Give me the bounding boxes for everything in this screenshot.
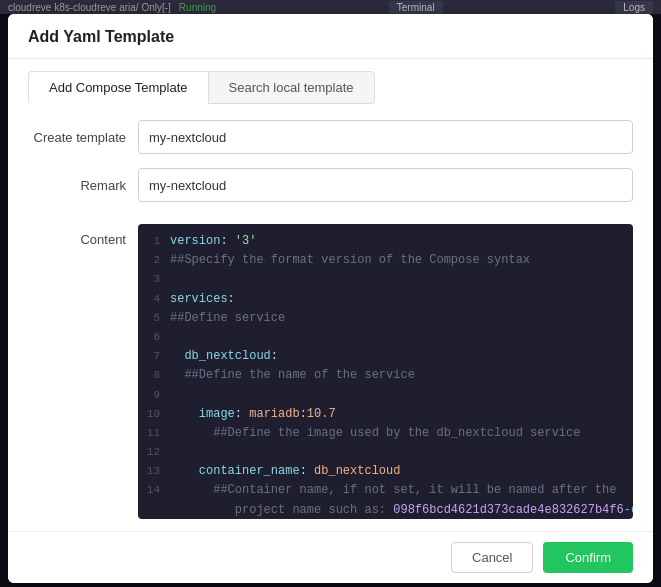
modal-footer: Cancel Confirm bbox=[8, 531, 653, 583]
line-number: 4 bbox=[138, 290, 170, 309]
tab-search-local[interactable]: Search local template bbox=[208, 71, 375, 104]
tabs-row: Add Compose Template Search local templa… bbox=[8, 59, 653, 104]
create-template-row: Create template bbox=[28, 120, 633, 154]
background-bar: cloudreve k8s-cloudreve aria/ Only[-] Ru… bbox=[0, 0, 661, 14]
code-line: 1version: '3' bbox=[138, 232, 633, 251]
terminal-tab-btn[interactable]: Terminal bbox=[389, 1, 443, 14]
line-number: 9 bbox=[138, 386, 170, 405]
line-content: services: bbox=[170, 290, 625, 309]
line-number: 13 bbox=[138, 462, 170, 481]
remark-input[interactable] bbox=[138, 168, 633, 202]
code-editor[interactable]: 1version: '3'2##Specify the format versi… bbox=[138, 224, 633, 519]
code-line: 10 image: mariadb:10.7 bbox=[138, 405, 633, 424]
running-badge: Running bbox=[179, 2, 216, 13]
create-template-label: Create template bbox=[28, 130, 138, 145]
code-line: 6 bbox=[138, 328, 633, 347]
code-line: 11 ##Define the image used by the db_nex… bbox=[138, 424, 633, 443]
modal-header: Add Yaml Template bbox=[8, 14, 653, 59]
code-lines: 1version: '3'2##Specify the format versi… bbox=[138, 224, 633, 519]
code-line: 5##Define service bbox=[138, 309, 633, 328]
line-number: 5 bbox=[138, 309, 170, 328]
line-content: ##Define service bbox=[170, 309, 625, 328]
line-number: 7 bbox=[138, 347, 170, 366]
line-content: image: mariadb:10.7 bbox=[170, 405, 625, 424]
line-content: ##Define the name of the service bbox=[170, 366, 625, 385]
line-number: 8 bbox=[138, 366, 170, 385]
code-line: 3 bbox=[138, 270, 633, 289]
form-area: Create template Remark bbox=[8, 104, 653, 224]
code-line: project name such as: 098f6bcd4621d373ca… bbox=[138, 501, 633, 519]
code-line: 12 bbox=[138, 443, 633, 462]
remark-row: Remark bbox=[28, 168, 633, 202]
line-number: 1 bbox=[138, 232, 170, 251]
modal-dialog: Add Yaml Template Add Compose Template S… bbox=[8, 14, 653, 583]
code-line: 14 ##Container name, if not set, it will… bbox=[138, 481, 633, 500]
remark-label: Remark bbox=[28, 178, 138, 193]
line-content: ##Specify the format version of the Comp… bbox=[170, 251, 625, 270]
content-label: Content bbox=[28, 224, 138, 247]
line-content: db_nextcloud: bbox=[170, 347, 625, 366]
line-number: 12 bbox=[138, 443, 170, 462]
line-number: 10 bbox=[138, 405, 170, 424]
line-content: ##Define the image used by the db_nextcl… bbox=[170, 424, 625, 443]
line-content: container_name: db_nextcloud bbox=[170, 462, 625, 481]
confirm-button[interactable]: Confirm bbox=[543, 542, 633, 573]
line-content: ##Container name, if not set, it will be… bbox=[170, 481, 625, 500]
code-line: 7 db_nextcloud: bbox=[138, 347, 633, 366]
line-number: 2 bbox=[138, 251, 170, 270]
line-number bbox=[138, 501, 170, 502]
bg-text: cloudreve k8s-cloudreve aria/ Only[-] bbox=[8, 2, 171, 13]
modal-title: Add Yaml Template bbox=[28, 28, 174, 45]
line-number: 3 bbox=[138, 270, 170, 289]
overlay: cloudreve k8s-cloudreve aria/ Only[-] Ru… bbox=[0, 0, 661, 587]
line-number: 11 bbox=[138, 424, 170, 443]
line-number: 14 bbox=[138, 481, 170, 500]
content-row: Content 1version: '3'2##Specify the form… bbox=[8, 224, 653, 531]
code-line: 4services: bbox=[138, 290, 633, 309]
code-line: 13 container_name: db_nextcloud bbox=[138, 462, 633, 481]
line-number: 6 bbox=[138, 328, 170, 347]
code-line: 9 bbox=[138, 386, 633, 405]
tab-add-compose[interactable]: Add Compose Template bbox=[28, 71, 208, 104]
line-content: project name such as: 098f6bcd4621d373ca… bbox=[170, 501, 633, 519]
line-content: version: '3' bbox=[170, 232, 625, 251]
create-template-input[interactable] bbox=[138, 120, 633, 154]
cancel-button[interactable]: Cancel bbox=[451, 542, 533, 573]
code-line: 2##Specify the format version of the Com… bbox=[138, 251, 633, 270]
code-line: 8 ##Define the name of the service bbox=[138, 366, 633, 385]
logs-tab-btn[interactable]: Logs bbox=[615, 1, 653, 14]
